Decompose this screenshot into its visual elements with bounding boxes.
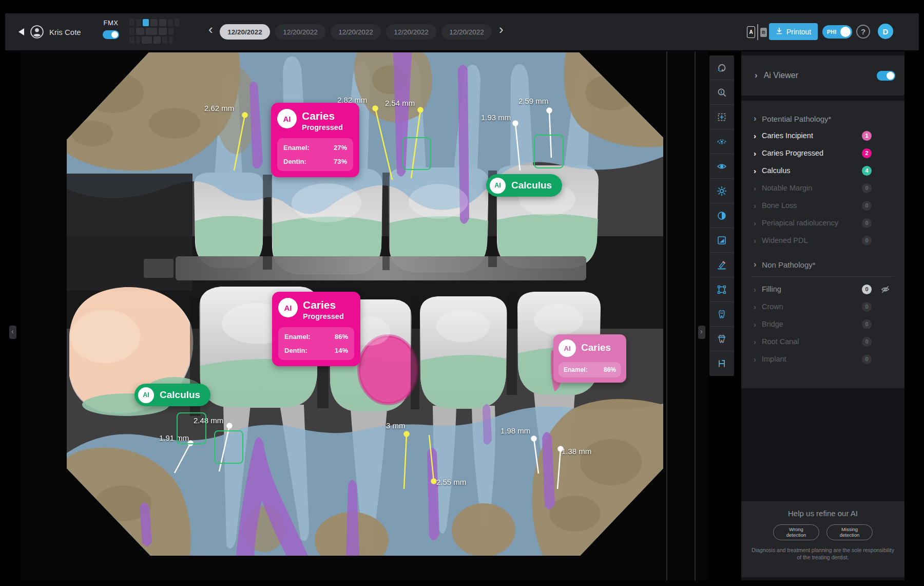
collapse-handle-left[interactable]	[9, 326, 16, 339]
non-pathology-row-filling[interactable]: Filling0	[754, 284, 894, 294]
fmx-toggle[interactable]	[103, 30, 119, 39]
count-badge: 0	[862, 319, 872, 329]
draw-icon[interactable]	[709, 253, 734, 277]
measurement-label: 2.55 mm	[436, 478, 466, 486]
caries-incipient-label[interactable]: AI Caries Enamel:86%	[553, 334, 626, 383]
help-icon[interactable]: ?	[856, 25, 870, 39]
wrong-detection-button[interactable]: Wrongdetection	[773, 524, 819, 540]
ai-badge: AI	[490, 178, 506, 194]
calculus-label[interactable]: AI Calculus	[134, 384, 210, 406]
chevron-right-icon	[754, 184, 756, 193]
user-avatar[interactable]: D	[878, 24, 893, 39]
brightness-icon[interactable]	[709, 179, 734, 203]
app-window: Kris Cote FMX ‹ 12/20/2022 12/20/2022 12…	[0, 0, 924, 586]
calculus-detection-box[interactable]	[402, 137, 431, 170]
levels-icon[interactable]	[709, 228, 734, 253]
zoom-icon[interactable]	[709, 80, 734, 105]
annotations-visibility-icon[interactable]	[709, 129, 734, 154]
chevron-right-icon	[754, 201, 756, 210]
count-badge: 4	[862, 166, 872, 176]
compare-divider	[757, 24, 758, 40]
date-tab[interactable]: 12/20/2022	[220, 24, 270, 40]
ai-badge: AI	[559, 339, 576, 357]
collapse-handle-right[interactable]	[698, 326, 705, 339]
printout-button[interactable]: Printout	[769, 23, 818, 40]
chevron-right-icon	[754, 337, 756, 346]
eye-off-icon[interactable]	[880, 285, 890, 296]
button-line: Wrong	[789, 527, 803, 533]
overlay-visibility-icon[interactable]	[709, 154, 734, 179]
pathology-row-periapical-radiolucency[interactable]: Periapical radiolucency0	[754, 218, 894, 228]
pathology-label: Caries Progressed	[762, 149, 862, 157]
rotate-icon[interactable]	[709, 55, 734, 80]
back-icon[interactable]	[18, 28, 24, 35]
pathology-row-calculus[interactable]: Calculus4	[754, 165, 894, 176]
non-pathology-row-implant[interactable]: Implant0	[754, 354, 894, 364]
tooth-anatomy-icon[interactable]	[709, 302, 734, 327]
non-pathology-row-root-canal[interactable]: Root Canal0	[754, 336, 894, 347]
pathology-row-widened-pdl[interactable]: Widened PDL0	[754, 235, 894, 245]
section-title: Non Pathology*	[762, 260, 815, 269]
fmx-mount-map[interactable]	[129, 19, 180, 44]
metric-name: Enamel:	[284, 333, 311, 341]
pathology-label: Calculus	[762, 166, 862, 175]
measure-icon[interactable]	[709, 351, 734, 376]
chevron-right-icon	[754, 355, 756, 364]
printout-label: Printout	[786, 28, 811, 36]
measurement-label: 1.38 mm	[562, 447, 591, 456]
calculus-detection-box[interactable]	[214, 430, 243, 464]
non-pathology-header[interactable]: Non Pathology*	[754, 260, 894, 269]
potential-pathology-header[interactable]: Potential Pathology*	[754, 114, 894, 123]
date-tab[interactable]: 12/20/2022	[275, 24, 325, 40]
xray-canvas[interactable]	[21, 51, 708, 580]
compare-a-label: A	[747, 26, 755, 38]
chevron-right-icon[interactable]	[755, 70, 758, 81]
chevron-right-icon	[754, 320, 756, 329]
pathology-row-caries-progressed[interactable]: Caries Progressed2	[754, 148, 894, 158]
calculus-detection-box[interactable]	[534, 135, 564, 168]
count-badge: 0	[862, 354, 872, 364]
pathology-row-notable-margin[interactable]: Notable Margin0	[754, 183, 894, 193]
bounding-box-icon[interactable]	[709, 277, 734, 302]
contrast-icon[interactable]	[709, 203, 734, 228]
pathology-row-caries-incipient[interactable]: Caries Incipient1	[754, 130, 894, 141]
ai-viewer-card: Ai Viewer	[741, 55, 904, 96]
label-title: Caries	[581, 343, 611, 353]
non-pathology-row-bridge[interactable]: Bridge0	[754, 319, 894, 329]
chevron-right-icon	[754, 236, 756, 245]
count-badge: 1	[862, 131, 872, 141]
chevron-right-icon	[754, 219, 756, 228]
date-tab[interactable]: 12/20/2022	[331, 24, 381, 40]
caries-progressed-label[interactable]: AI Caries Progressed Enamel:86% Dentin:1…	[272, 292, 360, 366]
date-tab[interactable]: 12/20/2022	[386, 24, 436, 40]
chevron-right-icon	[754, 303, 756, 311]
calculus-label[interactable]: AI Calculus	[486, 174, 562, 197]
compare-b-label: B	[760, 28, 767, 37]
caries-progressed-label[interactable]: AI Caries Progressed Enamel:27% Dentin:7…	[271, 103, 359, 177]
fmx-control: FMX	[103, 19, 119, 39]
metric-name: Dentin:	[284, 347, 307, 354]
label-subtitle: Progressed	[303, 312, 344, 320]
ai-viewer-toggle[interactable]	[877, 71, 895, 81]
measurement-label: 1.93 mm	[481, 113, 511, 122]
count-badge: 0	[862, 218, 872, 228]
compare-ab-button[interactable]: A B	[747, 24, 767, 40]
previous-dates-icon[interactable]: ‹	[208, 23, 213, 36]
button-line: detection	[786, 533, 806, 538]
crop-icon[interactable]	[709, 105, 734, 129]
ai-viewer-label: Ai Viewer	[764, 71, 877, 80]
missing-detection-button[interactable]: Missingdetection	[826, 524, 873, 540]
phi-toggle[interactable]: PHI	[822, 25, 852, 39]
tooth-crown-icon[interactable]	[709, 327, 734, 351]
metric-name: Dentin:	[283, 158, 306, 165]
metric-value: 27%	[334, 144, 347, 152]
date-tab[interactable]: 12/20/2022	[441, 24, 492, 40]
non-pathology-label: Bridge	[762, 320, 862, 328]
calculus-detection-box[interactable]	[177, 412, 206, 444]
pathology-row-bone-loss[interactable]: Bone Loss0	[754, 200, 894, 211]
chevron-right-icon	[754, 166, 756, 175]
image-toolbar	[709, 55, 734, 376]
next-dates-icon[interactable]: ›	[499, 23, 504, 36]
measurement-label: 2.59 mm	[518, 97, 548, 105]
non-pathology-row-crown[interactable]: Crown0	[754, 301, 894, 312]
